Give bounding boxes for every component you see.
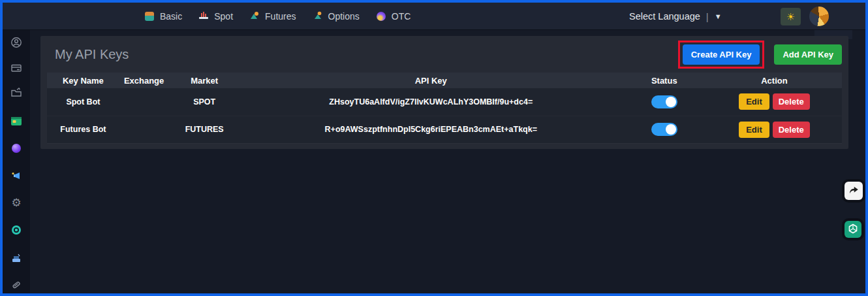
- api-keys-table: Key Name Exchange Market API Key Status …: [47, 73, 842, 144]
- sidebar-item-tokens[interactable]: [3, 223, 30, 237]
- app-window: Basic Spot Futures Options: [0, 0, 868, 296]
- col-header-exchange: Exchange: [119, 73, 169, 88]
- panel-actions: Create API Key Add API Key: [683, 44, 842, 65]
- language-label: Select Language: [629, 11, 700, 22]
- sidebar-item-export[interactable]: [3, 86, 30, 99]
- page-title: My API Keys: [55, 47, 129, 62]
- table-row: Futures Bot FUTURES R+o9AWSszptfnhnDpI5C…: [47, 116, 842, 143]
- chevron-down-icon: ▼: [715, 12, 722, 20]
- paperclip-icon: [10, 279, 22, 291]
- nav-item-futures[interactable]: Futures: [250, 10, 296, 22]
- edit-button[interactable]: Edit: [739, 122, 769, 138]
- main-nav: Basic Spot Futures Options: [145, 3, 411, 30]
- basic-icon: [145, 12, 154, 21]
- col-header-status: Status: [622, 73, 707, 88]
- wallet-icon: [11, 117, 22, 125]
- disc-icon: [12, 225, 21, 235]
- sidebar-item-profile[interactable]: [3, 36, 30, 49]
- delete-button[interactable]: Delete: [773, 93, 810, 110]
- futures-icon: [250, 10, 259, 22]
- sphere-icon: [12, 144, 21, 153]
- gear-icon: ⚙: [11, 197, 21, 208]
- share-arrow-icon: [848, 184, 860, 198]
- theme-toggle-button[interactable]: ☀: [781, 8, 801, 25]
- chatgpt-icon: [848, 223, 858, 236]
- cell-key-name: Futures Bot: [47, 116, 119, 143]
- col-header-market: Market: [168, 73, 240, 88]
- cell-action: Edit Delete: [707, 116, 842, 143]
- cell-market: FUTURES: [168, 116, 240, 143]
- folder-share-icon: [10, 87, 22, 99]
- spot-icon: [199, 10, 208, 22]
- sidebar-item-markets[interactable]: [3, 142, 30, 155]
- sidebar-item-announcements[interactable]: [3, 169, 30, 182]
- cell-key-name: Spot Bot: [47, 88, 119, 116]
- user-avatar[interactable]: [809, 7, 829, 26]
- api-keys-panel: My API Keys Create API Key Add API Key K…: [40, 36, 848, 149]
- share-button[interactable]: [845, 182, 863, 200]
- nav-item-basic[interactable]: Basic: [145, 11, 182, 22]
- delete-button[interactable]: Delete: [773, 122, 810, 138]
- cell-action: Edit Delete: [707, 88, 842, 116]
- megaphone-icon: [11, 171, 22, 180]
- nav-item-otc[interactable]: OTC: [377, 11, 411, 22]
- assistant-button[interactable]: [845, 221, 861, 238]
- nav-label: Futures: [265, 11, 296, 22]
- sidebar-item-cards[interactable]: [3, 61, 30, 74]
- nav-label: Spot: [214, 11, 233, 22]
- create-api-key-button[interactable]: Create API Key: [683, 44, 760, 65]
- cell-exchange: [119, 116, 169, 143]
- sidebar-item-attachments[interactable]: [3, 278, 30, 291]
- edit-button[interactable]: Edit: [739, 93, 769, 110]
- options-icon: [313, 10, 322, 22]
- top-navigation-bar: Basic Spot Futures Options: [3, 3, 865, 30]
- nav-label: Basic: [160, 11, 182, 22]
- panel-header: My API Keys Create API Key Add API Key: [40, 36, 848, 73]
- nav-label: OTC: [392, 11, 411, 22]
- table-row: Spot Bot SPOT ZHsoyTU6aAlfdV/igZ7IlvKUWc…: [47, 88, 842, 116]
- language-selector[interactable]: Select Language | ▼: [629, 3, 722, 30]
- sun-icon: ☀: [786, 12, 795, 22]
- sidebar-item-reports[interactable]: [3, 251, 30, 264]
- add-api-key-button[interactable]: Add API Key: [774, 44, 842, 65]
- col-header-api-key: API Key: [240, 73, 622, 88]
- language-separator: |: [706, 11, 709, 22]
- cell-api-key: ZHsoyTU6aAlfdV/igZ7IlvKUWcALhY3OMBIf/9u+…: [240, 88, 622, 116]
- cell-status: [622, 88, 707, 116]
- cell-exchange: [119, 88, 169, 116]
- cell-api-key: R+o9AWSszptfnhnDpI5Ckg6riEPEABn3cmAEt+aT…: [240, 116, 622, 143]
- nav-label: Options: [328, 11, 360, 22]
- col-header-action: Action: [707, 73, 842, 88]
- report-device-icon: [11, 253, 22, 263]
- table-header-row: Key Name Exchange Market API Key Status …: [47, 73, 842, 88]
- col-header-key-name: Key Name: [47, 73, 119, 88]
- left-sidebar: ⚙: [3, 30, 30, 293]
- sidebar-item-settings[interactable]: ⚙: [3, 196, 30, 209]
- credit-card-icon: [10, 62, 22, 74]
- status-toggle[interactable]: [651, 95, 677, 108]
- otc-icon: [377, 12, 386, 21]
- status-toggle[interactable]: [651, 123, 677, 136]
- nav-item-options[interactable]: Options: [313, 10, 360, 22]
- sidebar-item-wallet[interactable]: [3, 114, 30, 127]
- nav-item-spot[interactable]: Spot: [199, 10, 233, 22]
- cell-market: SPOT: [168, 88, 240, 116]
- user-circle-icon: [10, 37, 22, 48]
- cell-status: [622, 116, 707, 143]
